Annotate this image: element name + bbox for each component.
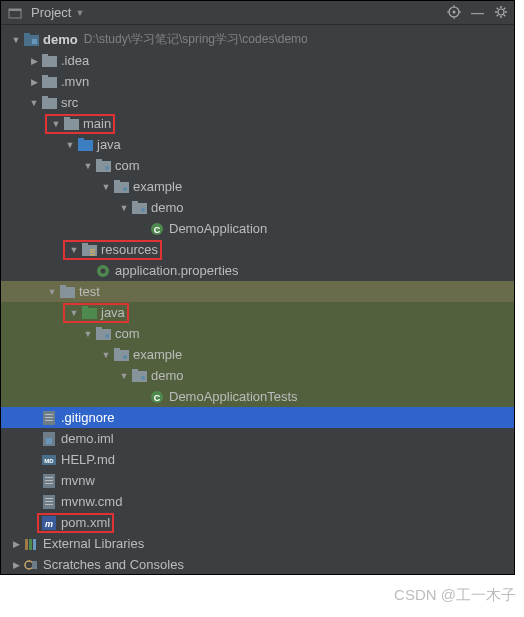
svg-rect-26 [64,119,79,130]
tree-node-demo-application[interactable]: C DemoApplication [1,218,514,239]
tree-label: .mvn [61,74,89,89]
expand-arrow-icon[interactable]: ▶ [27,56,41,66]
tree-node-example-main[interactable]: ▼ example [1,176,514,197]
expand-arrow-icon[interactable]: ▼ [117,371,131,381]
tree-node-scratches[interactable]: ▶ Scratches and Consoles [1,554,514,575]
svg-point-84 [25,561,33,569]
package-icon [131,368,147,384]
tree-label: java [101,305,125,320]
svg-rect-72 [45,477,53,478]
tree-node-root[interactable]: ▼ demo D:\study\学习笔记\spring学习\codes\demo [1,29,514,50]
expand-arrow-icon[interactable]: ▼ [49,119,63,129]
module-folder-icon [23,32,39,48]
svg-rect-42 [82,243,88,246]
expand-arrow-icon[interactable]: ▼ [117,203,131,213]
svg-rect-24 [42,98,57,109]
svg-rect-36 [132,203,147,214]
svg-rect-65 [45,417,53,418]
tree-label: application.properties [115,263,239,278]
expand-arrow-icon[interactable]: ▼ [67,245,81,255]
properties-file-icon [95,263,111,279]
tree-label: DemoApplicationTests [169,389,298,404]
svg-rect-64 [45,414,53,415]
package-icon [113,347,129,363]
expand-arrow-icon[interactable]: ▼ [45,287,59,297]
svg-text:MD: MD [44,458,54,464]
expand-arrow-icon[interactable]: ▼ [99,182,113,192]
svg-rect-45 [90,254,95,256]
gear-icon[interactable] [494,5,508,20]
tree-node-app-props[interactable]: application.properties [1,260,514,281]
iml-file-icon [41,431,57,447]
svg-rect-29 [78,138,84,141]
svg-rect-34 [114,180,120,183]
expand-arrow-icon[interactable]: ▼ [9,35,23,45]
svg-rect-44 [90,252,95,254]
tree-node-pom-xml[interactable]: m pom.xml [1,512,514,533]
tree-label: .gitignore [61,410,114,425]
highlight-box: ▼ main [45,114,115,134]
tree-node-com-test[interactable]: ▼ com [1,323,514,344]
class-icon: C [149,389,165,405]
tree-node-main[interactable]: ▼ main [1,113,514,134]
tree-node-demo-main[interactable]: ▼ demo [1,197,514,218]
svg-rect-20 [42,56,57,67]
tree-node-resources[interactable]: ▼ resources [1,239,514,260]
tree-node-gitignore[interactable]: .gitignore [1,407,514,428]
tree-label: demo [151,368,184,383]
svg-rect-51 [82,306,88,309]
tree-node-help-md[interactable]: MD HELP.md [1,449,514,470]
project-tree[interactable]: ▼ demo D:\study\学习笔记\spring学习\codes\demo… [1,25,514,575]
expand-arrow-icon[interactable]: ▼ [81,161,95,171]
svg-rect-59 [132,369,138,372]
tree-node-demo-test[interactable]: ▼ demo [1,365,514,386]
collapse-icon[interactable]: — [471,5,484,20]
tree-label: java [97,137,121,152]
tree-label: .idea [61,53,89,68]
highlight-box: ▼ java [63,303,129,323]
tree-node-idea[interactable]: ▶ .idea [1,50,514,71]
svg-rect-66 [45,420,53,421]
highlight-box: ▼ resources [63,240,162,260]
project-name: demo [43,32,78,47]
svg-rect-76 [45,498,53,499]
highlight-box: m pom.xml [37,513,114,533]
svg-rect-68 [46,438,52,444]
expand-arrow-icon[interactable]: ▼ [99,350,113,360]
tree-label: com [115,326,140,341]
tree-node-external-libraries[interactable]: ▶ External Libraries [1,533,514,554]
tree-node-com-main[interactable]: ▼ com [1,155,514,176]
tree-node-demo-app-tests[interactable]: C DemoApplicationTests [1,386,514,407]
watermark-text: CSDN @工一木子 [394,586,516,605]
svg-rect-77 [45,501,53,502]
svg-rect-52 [96,329,111,340]
dropdown-arrow-icon[interactable]: ▼ [75,8,84,18]
expand-arrow-icon[interactable]: ▼ [81,329,95,339]
tool-window-title[interactable]: Project ▼ [7,5,447,21]
tree-node-mvnw[interactable]: mvnw [1,470,514,491]
tree-node-src[interactable]: ▼ src [1,92,514,113]
tree-label: pom.xml [61,515,110,530]
tree-node-java-test[interactable]: ▼ java [1,302,514,323]
tree-node-test[interactable]: ▼ test [1,281,514,302]
tree-label: main [83,116,111,131]
svg-line-13 [497,8,498,9]
expand-arrow-icon[interactable]: ▶ [9,539,23,549]
expand-arrow-icon[interactable]: ▼ [27,98,41,108]
package-icon [95,158,111,174]
target-icon[interactable] [447,5,461,20]
tree-node-example-test[interactable]: ▼ example [1,344,514,365]
expand-arrow-icon[interactable]: ▼ [63,140,77,150]
svg-line-14 [504,15,505,16]
tree-label: mvnw [61,473,95,488]
svg-rect-48 [60,287,75,298]
tree-node-mvnw-cmd[interactable]: mvnw.cmd [1,491,514,512]
expand-arrow-icon[interactable]: ▶ [27,77,41,87]
expand-arrow-icon[interactable]: ▼ [67,308,81,318]
tree-node-demo-iml[interactable]: demo.iml [1,428,514,449]
expand-arrow-icon[interactable]: ▶ [9,560,23,570]
svg-rect-85 [32,561,37,569]
tree-node-java-main[interactable]: ▼ java [1,134,514,155]
svg-rect-21 [42,54,48,57]
tree-node-mvn[interactable]: ▶ .mvn [1,71,514,92]
